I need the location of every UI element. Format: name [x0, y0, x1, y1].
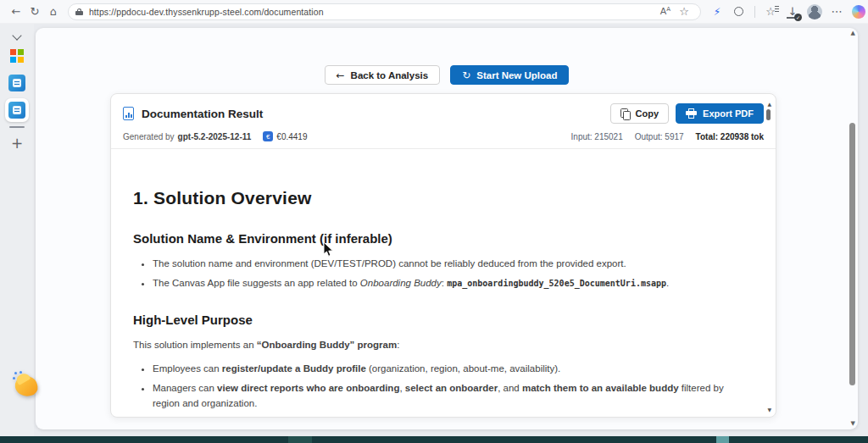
output-tokens: Output: 5917: [635, 132, 684, 141]
page-scrollbar-down-icon[interactable]: ▼: [851, 420, 855, 427]
doc-text: The solution name and environment (DEV/T…: [153, 258, 626, 269]
profile-avatar[interactable]: [805, 3, 824, 21]
doc-list: The solution name and environment (DEV/T…: [133, 257, 742, 291]
doc-text: “Onboarding Buddy” program: [257, 340, 397, 350]
generated-by-label: Generated by: [123, 132, 175, 141]
copy-button-label: Copy: [636, 108, 659, 119]
read-aloud-glyph-small: A: [666, 6, 670, 13]
favorite-star-icon[interactable]: ☆: [675, 3, 693, 21]
address-bar[interactable]: https://ppdocu-dev.thyssenkrupp-steel.co…: [68, 3, 701, 20]
page-action-buttons: ← Back to Analysis ↻ Start New Upload: [36, 65, 858, 85]
download-check-badge: ✓: [794, 14, 802, 21]
downloads-icon[interactable]: ↓ ✓: [783, 3, 802, 21]
sidebar-tab-app[interactable]: [8, 75, 25, 91]
toolbar-divider: [754, 6, 755, 18]
card-header: Documentation Result Copy Export PDF: [111, 94, 776, 129]
card-actions: Copy Export PDF: [610, 103, 764, 124]
output-label: Output:: [635, 132, 663, 141]
input-label: Input:: [571, 132, 593, 141]
cost-badge-icon: €: [263, 131, 273, 141]
ms-square-green: [18, 49, 24, 55]
total-label: Total:: [696, 132, 718, 141]
doc-text: Managers can: [153, 383, 217, 393]
card-title: Documentation Result: [142, 108, 610, 120]
doc-list-item: Managers can view direct reports who are…: [153, 381, 742, 412]
doc-list: Employees can register/update a Buddy pr…: [133, 362, 742, 418]
doc-list-item: The solution name and environment (DEV/T…: [153, 257, 742, 272]
start-new-upload-button[interactable]: ↻ Start New Upload: [450, 65, 569, 85]
generation-meta-left: Generated by gpt-5.2-2025-12-11 € €0.441…: [123, 131, 571, 141]
back-icon[interactable]: ←: [7, 3, 25, 21]
printer-icon: [686, 108, 697, 119]
model-name: gpt-5.2-2025-12-11: [178, 132, 252, 141]
microsoft-logo-icon[interactable]: [10, 49, 24, 63]
avatar-image: [807, 4, 822, 19]
inner-scrollbar-up-icon[interactable]: ▲: [767, 101, 771, 107]
copy-button[interactable]: Copy: [610, 103, 670, 124]
lock-body: [75, 11, 83, 15]
spark-glyph: [13, 377, 15, 379]
taskbar-edge: [0, 436, 868, 443]
doc-text: :: [397, 340, 399, 350]
taskbar-accent: [716, 436, 729, 443]
site-security-icon[interactable]: [75, 8, 83, 15]
refresh-icon[interactable]: ↻: [25, 3, 44, 21]
doc-text: , and: [498, 383, 522, 393]
doc-text: mpa_onboardingbuddy_520e5_DocumentUri.ms…: [447, 279, 666, 288]
active-app-icon: [8, 102, 25, 119]
inner-scrollbar-thumb[interactable]: [766, 109, 771, 120]
browser-essentials-icon[interactable]: [730, 3, 748, 21]
export-button-label: Export PDF: [703, 108, 754, 119]
sidebar-tab-app-active[interactable]: [5, 98, 29, 122]
doc-heading: 1. Solution Overview: [133, 188, 742, 208]
copilot-glyph: [852, 5, 865, 19]
mouse-cursor: [323, 242, 335, 257]
copilot-icon[interactable]: [849, 3, 868, 21]
export-pdf-button[interactable]: Export PDF: [676, 103, 764, 124]
cost-value: €0.4419: [276, 132, 307, 141]
doc-heading: Solution Name & Environment (if inferabl…: [133, 231, 742, 246]
sidebar-collapse-icon[interactable]: [12, 30, 21, 40]
favorites-collections-icon[interactable]: ☆: [761, 3, 780, 21]
home-icon[interactable]: ⌂: [44, 3, 63, 21]
back-to-analysis-button[interactable]: ← Back to Analysis: [325, 65, 441, 85]
active-tab-underline: [9, 126, 25, 128]
restart-circle-icon: ↻: [462, 69, 470, 81]
copy-icon: [620, 108, 630, 119]
upload-button-label: Start New Upload: [476, 70, 557, 80]
toolbar-right-icons: ⚡ ☆ ↓ ✓ ⋯: [708, 3, 868, 21]
extension-bolt-icon[interactable]: ⚡: [708, 3, 726, 21]
ms-square-blue: [10, 57, 16, 63]
back-button-label: Back to Analysis: [351, 70, 429, 80]
more-menu-icon[interactable]: ⋯: [827, 3, 846, 21]
generation-meta-row: Generated by gpt-5.2-2025-12-11 € €0.441…: [111, 129, 776, 149]
ring-glyph: [734, 7, 743, 16]
url-text[interactable]: https://ppdocu-dev.thyssenkrupp-steel.co…: [89, 7, 656, 17]
doc-text: Employees can: [153, 363, 222, 374]
doc-text: Onboarding Buddy: [360, 278, 442, 288]
token-stats: Input: 215021 Output: 5917 Total: 220938…: [571, 132, 764, 141]
doc-heading: High-Level Purpose: [133, 313, 742, 327]
doc-text: (organization, region, about-me, availab…: [366, 363, 560, 374]
page-scrollbar-thumb[interactable]: [849, 123, 855, 385]
read-aloud-icon[interactable]: A A: [656, 3, 675, 21]
doc-paragraph: This solution implements an “Onboarding …: [133, 338, 742, 352]
inner-scrollbar-down-icon[interactable]: ▼: [767, 407, 771, 413]
doc-text: .: [666, 278, 669, 288]
clapping-hands-emoji[interactable]: [12, 371, 41, 400]
browser-content-area: ← Back to Analysis ↻ Start New Upload Do…: [36, 28, 858, 429]
doc-text: This solution implements an: [133, 340, 257, 350]
doc-text: The Canvas App file suggests an app rela…: [153, 278, 360, 288]
taskbar-accent: [288, 436, 312, 443]
back-arrow-icon: ←: [337, 69, 345, 81]
ms-square-red: [10, 49, 16, 55]
doc-text: view direct reports who are onboarding: [217, 383, 399, 393]
total-tokens: Total: 220938 tok: [696, 132, 764, 141]
doc-list-item: The Canvas App file suggests an app rela…: [153, 276, 742, 291]
new-tab-plus-icon[interactable]: +: [11, 135, 23, 152]
hand-glyph: [14, 374, 39, 399]
doc-text: Automated background flows:: [153, 417, 281, 418]
page-scrollbar-up-icon[interactable]: ▲: [851, 30, 855, 36]
app-icon-glyph: [13, 106, 21, 114]
app-icon-glyph: [13, 79, 21, 87]
